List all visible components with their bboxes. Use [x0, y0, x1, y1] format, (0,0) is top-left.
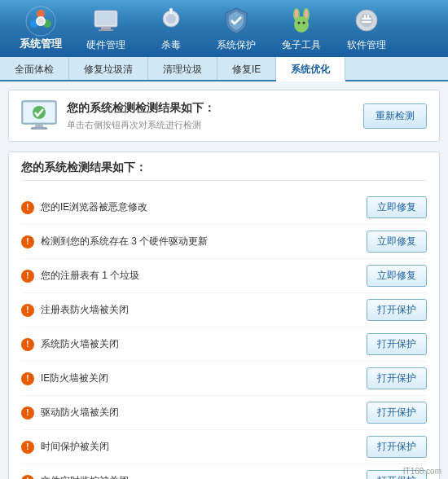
warning-icon: ! [21, 372, 34, 385]
svg-point-11 [166, 14, 176, 24]
svg-rect-30 [35, 124, 43, 127]
results-section: 您的系统检测结果如下： ! 您的IE浏览器被恶意修改 立即修复 ! 检测到您的系… [8, 152, 440, 479]
logo-label: 系统管理 [20, 37, 62, 51]
warning-icon: ! [21, 475, 34, 480]
result-text: 注册表防火墙被关闭 [41, 303, 129, 317]
protect-icon [222, 6, 251, 35]
tab-cleantrash[interactable]: 清理垃圾 [148, 57, 217, 80]
result-row: ! 检测到您的系统存在 3 个硬件驱动更新 立即修复 [21, 225, 427, 259]
result-left: ! 您的注册表有 1 个垃圾 [21, 269, 367, 283]
action-button-3[interactable]: 打开保护 [367, 299, 427, 321]
nav-item-rabbit[interactable]: 兔子工具 [269, 0, 334, 59]
nav-logo[interactable]: 系统管理 [8, 6, 73, 51]
result-text: IE防火墙被关闭 [41, 371, 108, 385]
hardware-icon [91, 6, 121, 35]
action-button-6[interactable]: 打开保护 [367, 402, 427, 424]
action-button-4[interactable]: 打开保护 [367, 333, 427, 355]
tab-repairclean[interactable]: 修复垃圾清 [69, 57, 148, 80]
rescan-button[interactable]: 重新检测 [363, 103, 427, 129]
result-left: ! IE防火墙被关闭 [21, 371, 367, 385]
warning-icon: ! [21, 338, 34, 351]
svg-rect-7 [96, 12, 116, 25]
kill-icon [156, 6, 186, 35]
result-left: ! 驱动防火墙被关闭 [21, 406, 367, 420]
protect-label: 系统保护 [217, 38, 256, 52]
rabbit-label: 兔子工具 [282, 38, 321, 52]
result-row: ! 文件实时监控被关闭 打开保护 [21, 464, 427, 479]
summary-subtitle: 单击右侧按钮再次对系统进行检测 [67, 119, 215, 131]
result-left: ! 您的IE浏览器被恶意修改 [21, 200, 367, 214]
svg-point-18 [305, 10, 308, 18]
result-left: ! 检测到您的系统存在 3 个硬件驱动更新 [21, 235, 367, 248]
nav-item-software[interactable]: 软件管理 [334, 0, 399, 59]
nav-item-kill[interactable]: 杀毒 [138, 0, 204, 59]
tab-bar: 全面体检 修复垃圾清 清理垃圾 修复IE 系统优化 [0, 57, 448, 81]
result-row: ! IE防火墙被关闭 打开保护 [21, 362, 427, 396]
result-row: ! 您的注册表有 1 个垃圾 立即修复 [21, 259, 427, 293]
nav-item-hardware[interactable]: 硬件管理 [73, 0, 138, 59]
software-label: 软件管理 [347, 38, 386, 52]
action-button-0[interactable]: 立即修复 [367, 196, 427, 218]
result-left: ! 注册表防火墙被关闭 [21, 303, 367, 317]
svg-point-17 [295, 10, 298, 18]
logo-icon [25, 6, 56, 37]
main-content: 您的系统检测检测结果如下： 单击右侧按钮再次对系统进行检测 重新检测 您的系统检… [0, 81, 448, 479]
result-text: 驱动防火墙被关闭 [41, 406, 119, 420]
watermark: IT168.com [403, 467, 441, 476]
rabbit-icon [287, 6, 316, 35]
tab-repairiz[interactable]: 修复IE [217, 57, 276, 80]
action-button-1[interactable]: 立即修复 [367, 231, 427, 253]
result-left: ! 系统防火墙被关闭 [21, 337, 367, 351]
result-text: 您的注册表有 1 个垃圾 [41, 269, 139, 283]
svg-rect-26 [362, 21, 371, 23]
result-row: ! 系统防火墙被关闭 打开保护 [21, 327, 427, 362]
svg-rect-9 [99, 29, 113, 31]
result-row: ! 时间保护被关闭 打开保护 [21, 430, 427, 464]
svg-point-5 [37, 18, 44, 24]
result-text: 系统防火墙被关闭 [41, 337, 119, 351]
result-text: 检测到您的系统存在 3 个硬件驱动更新 [41, 235, 208, 248]
warning-icon: ! [21, 235, 34, 248]
summary-title: 您的系统检测检测结果如下： [67, 101, 215, 116]
action-button-5[interactable]: 打开保护 [367, 367, 427, 389]
result-text: 时间保护被关闭 [41, 440, 109, 454]
software-icon [352, 6, 381, 35]
svg-rect-25 [362, 18, 371, 20]
action-button-2[interactable]: 立即修复 [367, 265, 427, 287]
summary-text-block: 您的系统检测检测结果如下： 单击右侧按钮再次对系统进行检测 [67, 101, 215, 131]
summary-box: 您的系统检测检测结果如下： 单击右侧按钮再次对系统进行检测 重新检测 [8, 90, 440, 142]
summary-left: 您的系统检测检测结果如下： 单击右侧按钮再次对系统进行检测 [21, 100, 215, 131]
warning-icon: ! [21, 441, 34, 454]
svg-rect-31 [31, 127, 47, 130]
tab-optimize[interactable]: 系统优化 [276, 57, 345, 81]
monitor-icon [21, 100, 57, 131]
results-list: ! 您的IE浏览器被恶意修改 立即修复 ! 检测到您的系统存在 3 个硬件驱动更… [21, 191, 427, 479]
warning-icon: ! [21, 201, 34, 214]
result-left: ! 文件实时监控被关闭 [21, 474, 367, 479]
result-row: ! 驱动防火墙被关闭 打开保护 [21, 396, 427, 430]
results-title: 您的系统检测结果如下： [21, 160, 427, 181]
result-text: 文件实时监控被关闭 [41, 474, 129, 479]
kill-label: 杀毒 [161, 38, 181, 52]
svg-point-19 [298, 21, 301, 24]
result-row: ! 您的IE浏览器被恶意修改 立即修复 [21, 191, 427, 225]
warning-icon: ! [21, 304, 34, 317]
action-button-7[interactable]: 打开保护 [367, 436, 427, 458]
top-nav: 系统管理 硬件管理 [0, 0, 448, 57]
result-row: ! 注册表防火墙被关闭 打开保护 [21, 293, 427, 327]
tab-fullcheck[interactable]: 全面体检 [0, 57, 69, 80]
warning-icon: ! [21, 270, 34, 283]
svg-rect-8 [101, 27, 111, 29]
svg-point-20 [303, 21, 305, 24]
svg-point-13 [169, 8, 173, 11]
result-left: ! 时间保护被关闭 [21, 440, 367, 454]
nav-item-protect[interactable]: 系统保护 [204, 0, 269, 59]
result-text: 您的IE浏览器被恶意修改 [41, 200, 147, 214]
hardware-label: 硬件管理 [86, 38, 125, 52]
warning-icon: ! [21, 406, 34, 420]
svg-point-22 [360, 14, 373, 27]
